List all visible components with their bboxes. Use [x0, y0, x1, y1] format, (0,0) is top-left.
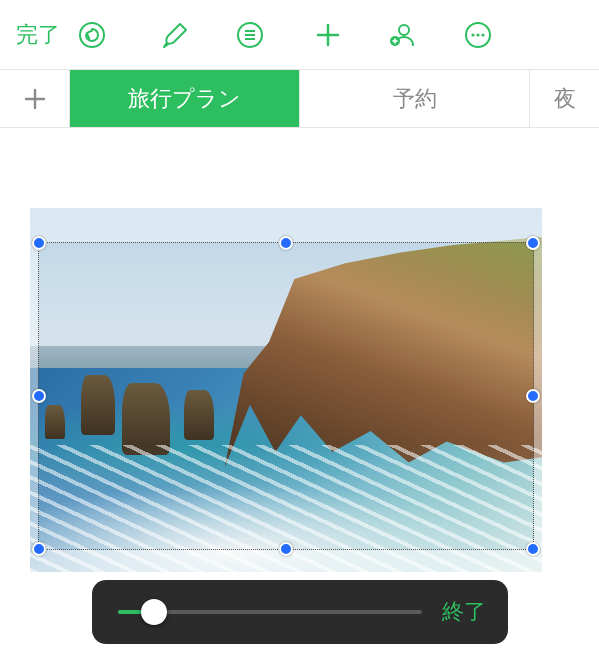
coastline-photo — [30, 208, 542, 572]
svg-point-14 — [481, 33, 484, 36]
svg-point-7 — [399, 25, 409, 35]
tab-label: 旅行プラン — [128, 84, 241, 114]
crop-control-pill: 終了 — [92, 580, 508, 644]
list-icon[interactable] — [232, 17, 268, 53]
zoom-slider[interactable] — [118, 610, 422, 614]
finish-button[interactable]: 終了 — [442, 597, 486, 627]
image-container[interactable] — [30, 208, 542, 572]
add-tab-button[interactable] — [0, 70, 70, 127]
tab-reservation[interactable]: 予約 — [300, 70, 530, 127]
tab-label: 夜 — [554, 84, 576, 114]
plus-icon[interactable] — [310, 17, 346, 53]
done-button[interactable]: 完了 — [16, 20, 60, 50]
svg-point-12 — [471, 33, 474, 36]
more-icon[interactable] — [460, 17, 496, 53]
add-person-icon[interactable] — [384, 17, 420, 53]
undo-icon[interactable] — [74, 17, 110, 53]
tab-travel-plan[interactable]: 旅行プラン — [70, 70, 300, 127]
svg-point-0 — [80, 23, 104, 47]
svg-point-13 — [476, 33, 479, 36]
tab-bar: 旅行プラン 予約 夜 — [0, 70, 599, 128]
editor-canvas: 終了 — [0, 128, 599, 670]
top-toolbar: 完了 — [0, 0, 599, 70]
tab-third[interactable]: 夜 — [530, 70, 599, 127]
tab-label: 予約 — [393, 84, 437, 114]
slider-thumb[interactable] — [141, 599, 167, 625]
brush-icon[interactable] — [158, 17, 194, 53]
